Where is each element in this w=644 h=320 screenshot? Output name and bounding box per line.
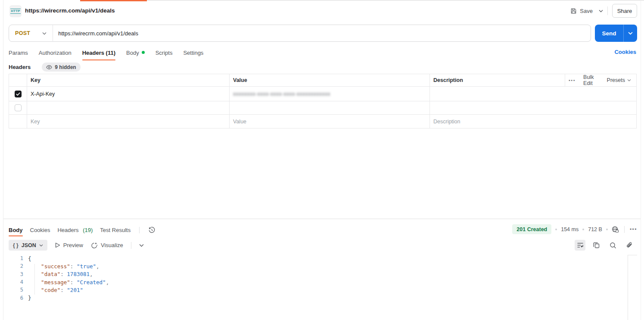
table-row: X-Api-Key xxxxxxxx-xxxx-xxxx-xxxx-xxxxxx… xyxy=(9,87,636,101)
method-selector[interactable]: POST xyxy=(9,30,53,36)
dot-separator xyxy=(555,229,557,230)
row-checkbox-unchecked[interactable] xyxy=(15,104,22,111)
status-badge[interactable]: 201 Created xyxy=(512,224,551,234)
editor-scrollbar-track[interactable] xyxy=(628,255,628,320)
response-tab-test-results[interactable]: Test Results xyxy=(100,227,131,233)
url-box: POST https://wirecrm.com/api/v1/deals xyxy=(9,25,591,42)
pane-right-border xyxy=(641,0,641,320)
row-select-cell xyxy=(9,101,27,114)
format-chevron-icon xyxy=(39,244,43,247)
column-header-key: Key xyxy=(27,74,230,86)
tabstrip-border xyxy=(147,0,644,1)
key-placeholder-cell[interactable]: Key xyxy=(27,115,230,128)
line-content: { xyxy=(28,255,31,262)
bulk-edit-button[interactable]: Bulk Edit xyxy=(583,74,599,86)
request-titlebar: HTTP https://wirecrm.com/api/v1/deals Sa… xyxy=(3,1,641,21)
method-chevron-icon xyxy=(42,32,47,35)
table-controls: ••• Bulk Edit Presets xyxy=(565,74,636,86)
header-description-cell[interactable] xyxy=(430,87,636,101)
line-number: 3 xyxy=(3,271,28,277)
value-placeholder-cell[interactable]: Value xyxy=(230,115,430,128)
request-tab-settings[interactable]: Settings xyxy=(183,48,203,57)
tab-label: Authorization xyxy=(39,50,72,56)
response-tab-body[interactable]: Body xyxy=(9,227,23,233)
titlebar-actions: Save Share xyxy=(567,4,637,18)
line-number: 5 xyxy=(3,287,28,293)
save-icon xyxy=(570,8,577,14)
preview-button[interactable]: Preview xyxy=(55,242,83,248)
response-tab-cookies[interactable]: Cookies xyxy=(30,227,50,233)
method-label: POST xyxy=(15,30,30,36)
titlebar-divider xyxy=(607,6,608,15)
more-actions-icon[interactable]: ••• xyxy=(569,78,576,83)
table-placeholder-row: Key Value Description xyxy=(9,115,636,129)
redacted-api-key-value: xxxxxxxx-xxxx-xxxx-xxxx-xxxxxxxxxxxx xyxy=(233,91,330,97)
url-input[interactable]: https://wirecrm.com/api/v1/deals xyxy=(58,30,138,37)
response-more-icon[interactable]: ••• xyxy=(630,226,637,232)
save-options-chevron-icon[interactable] xyxy=(596,8,606,14)
request-response-divider[interactable] xyxy=(3,219,641,219)
link-button[interactable] xyxy=(624,240,635,251)
request-tab-params[interactable]: Params xyxy=(9,48,28,57)
request-tab-body[interactable]: Body xyxy=(126,48,145,57)
copy-icon xyxy=(593,242,600,248)
header-value-cell[interactable]: xxxxxxxx-xxxx-xxxx-xxxx-xxxxxxxxxxxx xyxy=(230,87,430,101)
save-label: Save xyxy=(580,8,593,14)
cookies-link[interactable]: Cookies xyxy=(614,49,636,55)
dot-separator xyxy=(606,229,608,230)
response-toolbar: { } JSON Preview Visualize xyxy=(9,240,144,251)
response-tabs: BodyCookiesHeaders (19)Test Results xyxy=(9,226,156,234)
network-security-icon[interactable] xyxy=(612,226,619,233)
search-button[interactable] xyxy=(607,240,618,251)
tab-label: Headers (11) xyxy=(82,50,115,56)
response-tab-headers[interactable]: Headers (19) xyxy=(57,227,93,233)
table-row xyxy=(9,101,636,115)
tabs-divider xyxy=(139,227,140,233)
headers-section-title: Headers xyxy=(9,64,31,70)
header-key-cell[interactable]: X-Api-Key xyxy=(27,87,230,101)
beautify-button[interactable] xyxy=(575,240,585,251)
postman-window: HTTP https://wirecrm.com/api/v1/deals Sa… xyxy=(0,0,644,320)
presets-dropdown[interactable]: Presets xyxy=(607,77,631,83)
response-time[interactable]: 154 ms xyxy=(561,226,579,232)
code-line: 5 "code": "201" xyxy=(3,286,631,294)
more-views-chevron-icon[interactable] xyxy=(139,244,144,247)
header-value-cell[interactable] xyxy=(230,101,430,114)
request-tab-scripts[interactable]: Scripts xyxy=(156,48,173,57)
table-header-row: Key Value Description ••• Bulk Edit Pres… xyxy=(9,74,636,87)
tab-label: Settings xyxy=(183,50,203,56)
headers-table: Key Value Description ••• Bulk Edit Pres… xyxy=(9,74,637,129)
code-line: 4 "message": "Created", xyxy=(3,278,631,286)
header-description-cell[interactable] xyxy=(430,101,636,114)
response-size[interactable]: 712 B xyxy=(588,226,602,232)
copy-button[interactable] xyxy=(591,240,602,251)
share-label: Share xyxy=(617,8,632,14)
meta-divider xyxy=(624,226,625,233)
share-button[interactable]: Share xyxy=(612,4,637,18)
row-checkbox-checked[interactable] xyxy=(15,91,22,97)
unsaved-body-dot-icon xyxy=(142,51,145,54)
hidden-headers-toggle[interactable]: 9 hidden xyxy=(42,63,80,72)
visualize-button[interactable]: Visualize xyxy=(91,242,123,249)
preview-label: Preview xyxy=(63,242,83,248)
send-button[interactable]: Send xyxy=(595,25,637,42)
send-options-chevron-icon[interactable] xyxy=(624,31,637,35)
request-tab-authorization[interactable]: Authorization xyxy=(39,48,72,57)
response-meta: 201 Created 154 ms 712 B ••• xyxy=(512,224,637,234)
tab-label: Cookies xyxy=(30,227,50,233)
beautify-icon xyxy=(577,242,584,248)
search-icon xyxy=(610,242,616,249)
header-select-cell xyxy=(9,74,27,86)
line-number: 4 xyxy=(3,279,28,285)
header-key-cell[interactable] xyxy=(27,101,230,114)
response-history-icon[interactable] xyxy=(148,226,156,234)
presets-label: Presets xyxy=(607,77,625,83)
code-line: 6} xyxy=(3,294,631,301)
tab-label: Body xyxy=(9,227,23,233)
description-placeholder-cell[interactable]: Description xyxy=(430,115,636,128)
save-button[interactable]: Save xyxy=(567,6,596,16)
body-format-dropdown[interactable]: { } JSON xyxy=(9,240,47,251)
http-request-icon: HTTP xyxy=(9,5,22,17)
row-select-cell xyxy=(9,115,27,128)
request-tab-headers-11[interactable]: Headers (11) xyxy=(82,48,115,57)
